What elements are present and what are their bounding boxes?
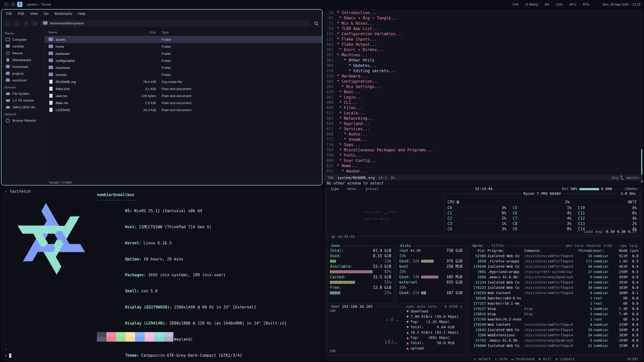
status-module-text: 97% [583,3,589,6]
git-branch: master [627,176,640,180]
org-heading: * Networking... [337,116,374,121]
net-scale-bottom: 10K [330,349,336,353]
mem-box-title[interactable]: 2mem [330,243,341,248]
process-row[interactable]: 51762 .emacs-31.0.50- /nix/store/wnqz5pa… [471,338,638,343]
process-row[interactable]: 178294 Web Content /nix/store/sm8fnrf3wp… [471,290,638,295]
file-row[interactable]: flake.lock 3,1 KiB Plain text document [45,85,322,92]
active-prompt[interactable]: › [5,353,11,358]
menu-button[interactable]: menu [346,187,357,191]
emacs-modeline: 78k system/README.org 34:2 3% Org master [324,175,643,180]
process-row[interactable]: 2660 .emacs-31.0.50- /nix/store/wnqz5pa8… [471,274,638,280]
proc-options[interactable]: per-core reverse tree [565,243,613,248]
update-interval[interactable]: 2000ms [623,187,639,191]
core-row: C10 4% [578,205,637,210]
sidebar-item[interactable]: nextcloud [2,77,45,84]
process-row[interactable]: 178248 Web Content /nix/store/sm8fnrf3wp… [471,322,638,327]
file-row[interactable]: assets Folder [45,36,322,43]
process-row[interactable]: 176223 Isolated Web Co /nix/store/sm8fnr… [471,285,638,290]
process-memory: 7.3M [614,307,627,311]
process-row[interactable]: 177257 kworker/10:1-mm_ 1 root 0B 0.0 [471,301,638,306]
file-row[interactable]: home Folder [45,43,322,50]
process-row[interactable]: 176646 Isolated Web Co /nix/store/sm8fnr… [471,264,638,269]
process-command: /nix/store/sm8fnrf3wps4 [524,344,577,348]
sidebar-item[interactable]: projects [2,70,45,77]
mem-percent: 51% [381,280,391,285]
workspace-2[interactable]: 2 [10,2,16,7]
search-button[interactable] [312,20,319,27]
process-program: Web Content [488,291,523,295]
menu-item[interactable]: Bookmarks [52,11,75,17]
sidebar-item[interactable]: 1,0 TB Volume [2,97,45,104]
process-row[interactable]: 52368 Isolated Web Co /nix/store/sm8fnrf… [471,253,638,258]
sidebar-item[interactable]: Recent [2,50,45,57]
org-outline-line: 304 * Updates... [324,63,643,68]
org-outline-line: 316 * Hardware... [324,74,643,79]
forward-button[interactable]: → [13,20,21,27]
sidebar-item[interactable]: SMALLBOX Wi... [2,104,45,111]
nixos-logo [8,195,95,283]
sidebar-item[interactable]: nambiar [2,43,45,50]
sidebar-item[interactable]: Wastebasket [2,57,45,63]
scroll-percent: 3% [391,176,395,180]
file-row[interactable]: machines Folder [45,64,322,71]
workspace-3[interactable]: 3 [17,2,22,7]
process-row[interactable]: 13642 Isolated Web Co /nix/store/sm8fnrf… [471,327,638,332]
process-pid: 178248 [471,323,486,327]
sidebar-item[interactable]: Computer [2,36,45,43]
filter-button[interactable]: filter [490,243,506,248]
process-row[interactable]: 176000 Isolated Web Co /nix/store/sm8fnr… [471,343,638,348]
file-row[interactable]: user.nix 229 bytes Plain text document [45,92,322,99]
process-row[interactable]: 175749 kworker/6:2-even 1 root 0B 0.0 [471,316,638,322]
path-bar[interactable]: /home/nambiar/system/ [40,20,310,27]
file-row[interactable]: flake.nix 2,5 KiB Plain text document [45,99,322,106]
sidebar-item[interactable]: File System [2,90,45,97]
core-percent: 3% [497,227,506,231]
keybind[interactable]: s signals [555,357,575,361]
sidebar-item[interactable]: Browse Network [2,117,45,124]
process-row[interactable]: 38936 kworker/u64:6-kc 1 root 0B 0.0 [471,295,638,301]
menu-item[interactable]: File [4,11,15,17]
menu-item[interactable]: Go [41,11,51,17]
home-button[interactable]: ⌂ [31,20,39,27]
process-row[interactable]: 2601 .Hyprland-wrapp /run/current-system… [471,269,638,274]
menu-item[interactable]: Edit [15,11,27,17]
file-row[interactable]: hardware Folder [45,50,322,57]
disks-box-title[interactable]: disks [399,243,412,248]
info-value: 10 hours, 26 mins [143,257,183,261]
column-name[interactable]: Name [45,30,137,34]
file-row[interactable]: README.org 76,4 KiB Org-mode file [45,78,322,85]
sidebar-item[interactable]: Downloads [2,63,45,70]
menu-item[interactable]: Help [75,11,88,17]
process-row[interactable]: 178616 btop btop 2 nambiar 7.4M 0.0 [471,311,638,316]
proc-box-title[interactable]: 4proc [471,243,485,248]
keybind[interactable]: ↓ info [495,357,507,361]
process-row[interactable]: 52134 Isolated Web Co /nix/store/sm8fnrf… [471,280,638,285]
file-row[interactable]: secrets Folder [45,71,322,78]
column-size[interactable]: Size [137,30,159,34]
keybind[interactable]: ↵ terminate [511,357,535,361]
cpu-box-title[interactable]: 1cpu [329,187,340,191]
column-type[interactable]: Type [159,30,322,34]
disk-used-value: 375 GiB [447,259,462,263]
direction-icon: ▲ [407,335,409,340]
file-row[interactable]: LICENSE 34,3 KiB Plain text document [45,106,322,113]
keybind[interactable]: ↑ select [474,357,491,361]
back-button[interactable]: ← [4,20,12,27]
file-row[interactable]: configuration Folder [45,57,322,64]
process-row[interactable]: 2658 .firefox-wrappe /nix/store/sm8fnrf3… [471,258,638,264]
keybind[interactable]: k kill [539,357,552,361]
process-cpu: 0.0 [629,307,638,311]
process-threads: 33 [578,254,592,258]
process-row[interactable]: 179127 btop btop 2 nambiar 7.3M 0.0 [471,306,638,311]
workspace-1[interactable]: 1 [4,2,9,7]
preset-button[interactable]: preset [364,187,380,191]
net-box-title[interactable]: 3net 192.168.10.165 [330,304,374,309]
sort-selector[interactable]: cpu lazy [619,243,639,248]
up-button[interactable]: ↑ [22,20,30,27]
net-toggles[interactable]: sync auto zero [405,304,438,309]
menu-item[interactable]: View [27,11,41,17]
process-row[interactable]: 3390 WebExtensions /nix/store/sm8fnrf3wp… [471,332,638,338]
disk-used-percent: 73% [413,275,419,279]
disk-name: boot [399,264,408,269]
net-interface[interactable]: b eth0 n [443,304,463,309]
